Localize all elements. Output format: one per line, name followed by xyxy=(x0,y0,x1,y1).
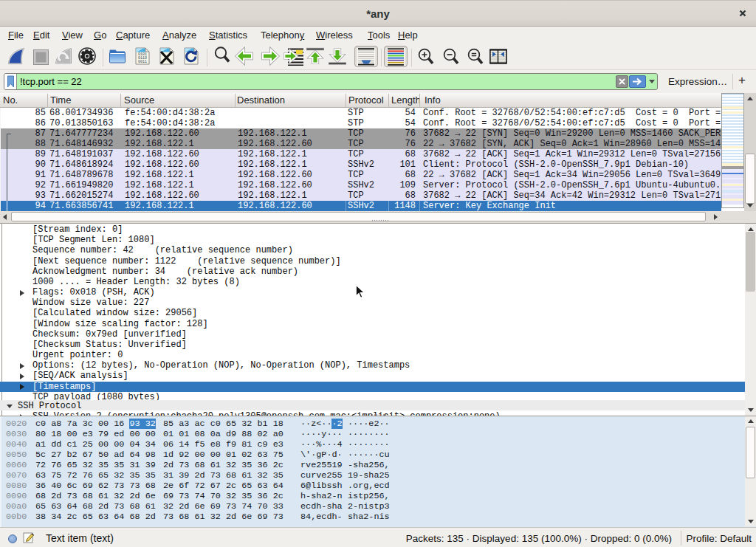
svg-text:0011: 0011 xyxy=(138,60,147,64)
